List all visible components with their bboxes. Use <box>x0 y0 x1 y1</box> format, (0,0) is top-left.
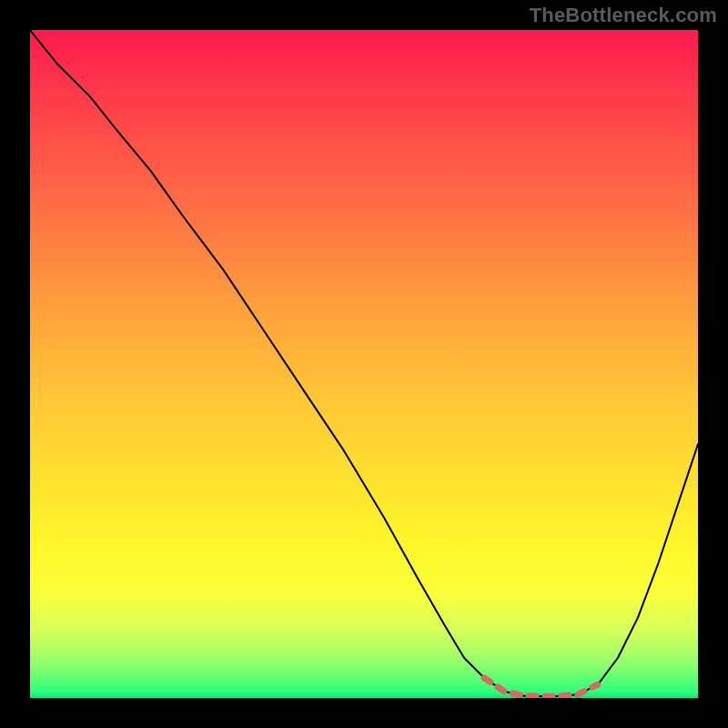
watermark-text: TheBottleneck.com <box>530 4 717 27</box>
chart-container: TheBottleneck.com <box>0 0 728 728</box>
plot-area <box>30 30 698 698</box>
background-gradient <box>30 30 698 698</box>
